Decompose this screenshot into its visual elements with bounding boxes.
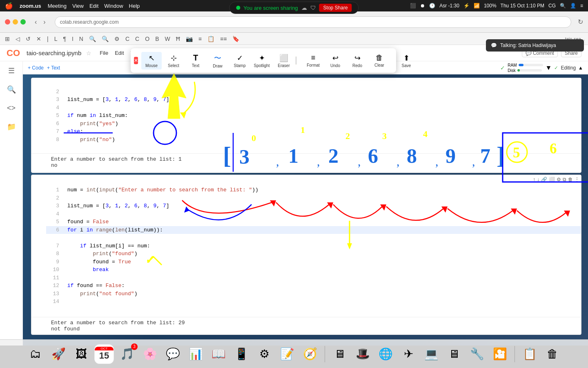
- toolbar-icon-20[interactable]: ≡: [197, 35, 203, 43]
- dock-systemprefs[interactable]: ⚙: [254, 344, 274, 364]
- search-icon[interactable]: 🔍: [560, 3, 566, 9]
- cell-2-code[interactable]: 1 num = int(input("Enter a number to sea…: [31, 175, 581, 317]
- cell-type-icon[interactable]: ⬜: [549, 177, 555, 182]
- color-picker[interactable]: [296, 56, 296, 65]
- settings-icon[interactable]: ⚙: [557, 177, 561, 182]
- dock-notes[interactable]: 📝: [277, 344, 297, 364]
- toolbar-icon-13[interactable]: C: [124, 35, 131, 43]
- sidebar-search-icon[interactable]: 🔍: [5, 83, 18, 96]
- menu-edit[interactable]: Edit: [115, 50, 124, 56]
- clear-tool[interactable]: 🗑 Clear: [369, 52, 390, 69]
- redo-tool[interactable]: ↪ Redo: [347, 52, 368, 70]
- spotlight-tool[interactable]: ✦ Spotlight: [252, 52, 272, 70]
- copy-icon[interactable]: ⧉: [563, 177, 566, 182]
- dock-launchpad[interactable]: 🚀: [49, 344, 68, 364]
- stamp-tool[interactable]: ✓ Stamp: [229, 52, 250, 70]
- toolbar-icon-18[interactable]: Ħ: [174, 35, 182, 43]
- dock-bartender[interactable]: 🎩: [353, 344, 372, 364]
- toolbar-icon-15[interactable]: O: [143, 35, 151, 43]
- minimize-window-button[interactable]: [13, 19, 18, 25]
- apple-icon[interactable]: 🍎: [5, 2, 13, 10]
- close-annotation-button[interactable]: ✕: [134, 57, 138, 64]
- dock-screen[interactable]: 🖥: [444, 344, 464, 364]
- text-tool[interactable]: T Text: [185, 52, 206, 70]
- toolbar-icon-22[interactable]: ≡≡: [218, 35, 228, 43]
- dock-files[interactable]: 📋: [520, 344, 539, 364]
- dock-appstore[interactable]: 📱: [232, 344, 251, 364]
- forward-button[interactable]: ›: [41, 18, 48, 27]
- mouse-tool[interactable]: ↖ Mouse: [141, 52, 162, 70]
- close-window-button[interactable]: [5, 19, 10, 25]
- toolbar-icon-11[interactable]: 🔍: [100, 35, 110, 43]
- toolbar-icon-21[interactable]: 📋: [206, 35, 216, 43]
- dock-books[interactable]: 📖: [209, 344, 228, 364]
- eraser-tool[interactable]: ⬜ Eraser: [274, 52, 294, 70]
- star-icon[interactable]: ☆: [86, 50, 91, 56]
- toolbar-icon-14[interactable]: C: [134, 35, 141, 43]
- toolbar-icon-2[interactable]: ◁: [14, 35, 22, 43]
- dock-photos[interactable]: 🖼: [71, 344, 91, 364]
- dock-trash[interactable]: 🗑: [543, 344, 562, 364]
- toolbar-icon-10[interactable]: 🔍: [87, 35, 98, 43]
- dock-music[interactable]: 🎵 3: [117, 344, 137, 364]
- dock-crane[interactable]: 🔧: [467, 344, 487, 364]
- app-name[interactable]: zoom.us: [20, 3, 41, 9]
- menu-view[interactable]: View: [72, 3, 84, 9]
- sidebar-code-icon[interactable]: <>: [5, 102, 17, 114]
- back-button[interactable]: ‹: [32, 18, 39, 27]
- toolbar-icon-5[interactable]: |: [45, 35, 50, 43]
- refresh-icon[interactable]: ↻: [578, 18, 583, 26]
- run-cell-button[interactable]: ▶: [24, 178, 27, 190]
- dock-finder[interactable]: 🗂: [26, 344, 45, 364]
- stop-share-button[interactable]: Stop Share: [319, 4, 352, 12]
- toolbar-icon-12[interactable]: ⚙: [113, 35, 121, 43]
- toolbar-icon-4[interactable]: ✕: [35, 35, 43, 43]
- menu-help[interactable]: Help: [129, 3, 140, 9]
- dock-chrome[interactable]: 🌐: [376, 344, 395, 364]
- link-icon[interactable]: 🔗: [541, 177, 547, 182]
- dock-calendar[interactable]: OCT 15: [94, 344, 114, 364]
- sidebar-files-icon[interactable]: 📁: [5, 121, 18, 133]
- menu-extra-icon[interactable]: ≡: [580, 3, 583, 9]
- menu-edit[interactable]: Edit: [89, 3, 98, 9]
- toolbar-icon-3[interactable]: ↺: [24, 35, 32, 43]
- toolbar-icon-9[interactable]: N: [78, 35, 85, 43]
- dock-telegram[interactable]: ✈: [399, 344, 418, 364]
- more-options-icon[interactable]: ⋮: [575, 177, 579, 182]
- dock-messages[interactable]: 💬: [163, 344, 183, 364]
- menu-meeting[interactable]: Meeting: [48, 3, 67, 9]
- sidebar-menu-icon[interactable]: ☰: [7, 65, 16, 77]
- delete-icon[interactable]: 🗑: [568, 177, 573, 182]
- format-tool[interactable]: ≡ Format: [303, 52, 323, 69]
- dock-photos2[interactable]: 🌸: [140, 344, 160, 364]
- toolbar-icon-1[interactable]: ⊞: [3, 35, 11, 43]
- dock-keynote[interactable]: 📊: [186, 344, 205, 364]
- dock-terminal[interactable]: 🖥: [330, 344, 350, 364]
- toolbar-icon-17[interactable]: W: [163, 35, 172, 43]
- address-bar[interactable]: colab.research.google.com: [55, 16, 571, 28]
- maximize-window-button[interactable]: [20, 19, 26, 25]
- toolbar-icon-23[interactable]: 🔖: [231, 35, 241, 43]
- toolbar-icon-19[interactable]: 📷: [184, 35, 194, 43]
- toolbar-icon-8[interactable]: I: [70, 35, 75, 43]
- move-down-icon[interactable]: ↓: [537, 177, 539, 182]
- draw-tool[interactable]: 〜 Draw: [207, 52, 228, 70]
- dock-safari[interactable]: 🧭: [300, 344, 320, 364]
- toolbar-icon-16[interactable]: B: [154, 35, 160, 43]
- toolbar-icon-6[interactable]: L: [53, 35, 59, 43]
- save-tool[interactable]: ⬆ Save: [396, 52, 416, 70]
- editing-collapse-icon[interactable]: ▲: [578, 65, 583, 71]
- move-up-icon[interactable]: ↑: [533, 177, 535, 182]
- undo-tool[interactable]: ↩ Undo: [325, 52, 345, 70]
- dock-virtualbox[interactable]: 💻: [421, 344, 441, 364]
- menu-file[interactable]: File: [100, 50, 108, 56]
- add-code-button[interactable]: + Code: [28, 65, 44, 71]
- cell-1-code[interactable]: 2 3 list_num = [3, 1, 2, 6, 8, 9, 7] 4 5…: [31, 78, 581, 153]
- user-avatar[interactable]: 👤: [570, 3, 576, 9]
- ram-dropdown-icon[interactable]: ▼: [546, 64, 552, 72]
- dock-zoom[interactable]: 🎦: [490, 344, 510, 364]
- add-text-button[interactable]: + Text: [47, 65, 60, 71]
- toolbar-icon-7[interactable]: ¶: [61, 35, 68, 43]
- select-tool[interactable]: ⊹ Select: [163, 52, 184, 70]
- menu-window[interactable]: Window: [104, 3, 123, 9]
